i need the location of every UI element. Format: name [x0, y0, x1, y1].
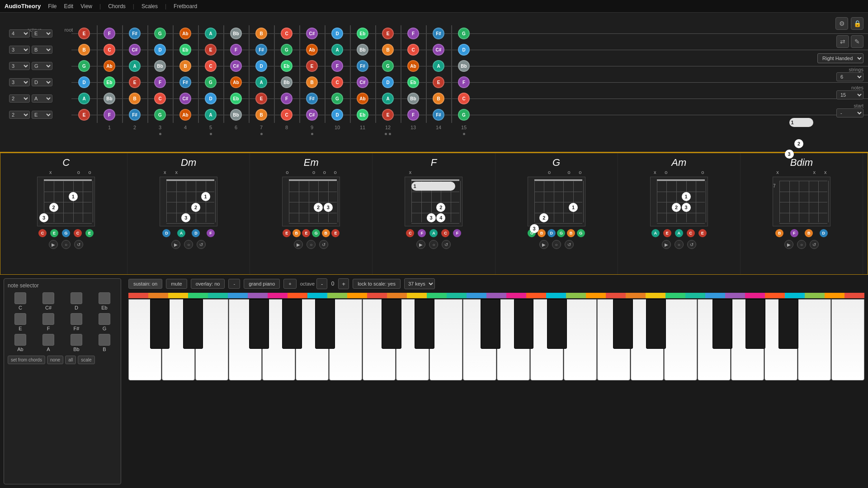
white-key-C3[interactable]	[831, 299, 864, 380]
chord-grid-G[interactable]: 123	[528, 177, 585, 226]
chord-ctrl-btn-F-0[interactable]: ▶	[416, 240, 425, 249]
menu-edit[interactable]: Edit	[64, 3, 74, 9]
fret-note-s5-f14[interactable]: F#	[433, 109, 444, 121]
piano-plus-btn[interactable]: +	[283, 279, 296, 289]
chord-ctrl-btn-F-2[interactable]: ↺	[442, 240, 451, 249]
handed-select[interactable]: Right Handed	[817, 53, 863, 63]
fret-note-s2-f13[interactable]: Ab	[407, 60, 419, 72]
note-btn-Eb[interactable]: Eb	[92, 292, 117, 310]
fret-note-s0-f9[interactable]: C#	[306, 28, 318, 39]
fret-note-s2-f3[interactable]: Bb	[154, 60, 166, 72]
fret-note-s0-f14[interactable]: F#	[433, 28, 444, 39]
chord-grid-Am[interactable]: 123	[650, 177, 708, 226]
string-root-1[interactable]: B	[32, 46, 52, 54]
fret-note-s0-f2[interactable]: F#	[129, 28, 141, 39]
ns-btn-0[interactable]: set from chords	[8, 356, 45, 364]
mute-btn[interactable]: mute	[166, 279, 187, 289]
chord-ctrl-btn-G-2[interactable]: ↺	[565, 240, 574, 249]
fret-note-s4-f2[interactable]: B	[129, 93, 141, 104]
notes-select[interactable]: 15	[836, 90, 863, 99]
fret-note-s0-f7[interactable]: B	[255, 28, 267, 39]
fret-note-s5-f5[interactable]: A	[205, 109, 217, 121]
chord-ctrl-btn-Dm-1[interactable]: ○	[184, 240, 193, 249]
edit-icon[interactable]: ✎	[851, 35, 863, 48]
fret-note-s2-f7[interactable]: D	[255, 60, 267, 72]
black-key-F#2[interactable]	[712, 299, 732, 349]
fret-note-s3-f15[interactable]: F	[458, 76, 470, 88]
fret-note-s3-f11[interactable]: C#	[357, 76, 368, 88]
fret-note-s4-f9[interactable]: F#	[306, 93, 318, 104]
sustain-btn[interactable]: sustain: on	[128, 279, 162, 289]
fret-note-s2-f12[interactable]: G	[382, 60, 394, 72]
fret-note-s5-f3[interactable]: G	[154, 109, 166, 121]
fret-note-s0-f13[interactable]: F	[407, 28, 419, 39]
black-key-Bb1[interactable]	[547, 299, 567, 349]
black-key-Bb2[interactable]	[778, 299, 798, 349]
menu-fretboard[interactable]: Fretboard	[174, 3, 197, 9]
chord-ctrl-btn-C-0[interactable]: ▶	[49, 240, 58, 249]
fret-note-s4-f5[interactable]: D	[205, 93, 217, 104]
note-btn-F[interactable]: F	[36, 313, 61, 331]
fret-note-s2-f4[interactable]: B	[179, 60, 191, 72]
fret-note-s1-f7[interactable]: F#	[255, 44, 267, 56]
fret-note-s0-f10[interactable]: D	[331, 28, 343, 39]
fret-note-s1-f0[interactable]: B	[78, 44, 90, 56]
note-btn-E[interactable]: E	[8, 313, 33, 331]
menu-scales[interactable]: Scales	[142, 3, 158, 9]
white-key-B1[interactable]	[564, 299, 597, 380]
start-select[interactable]: -	[836, 108, 863, 117]
chord-ctrl-btn-Dm-2[interactable]: ↺	[197, 240, 206, 249]
fret-note-s2-f0[interactable]: G	[78, 60, 90, 72]
fret-note-s5-f9[interactable]: C#	[306, 109, 318, 121]
fret-note-s2-f8[interactable]: Eb	[281, 60, 292, 72]
lock-icon[interactable]: 🔒	[851, 17, 863, 30]
fret-note-s4-f8[interactable]: F	[281, 93, 292, 104]
chord-ctrl-btn-Am-2[interactable]: ↺	[687, 240, 696, 249]
fret-note-s3-f7[interactable]: A	[255, 76, 267, 88]
fret-note-s5-f2[interactable]: F#	[129, 109, 141, 121]
fret-note-s0-f0[interactable]: E	[78, 28, 90, 39]
fret-note-s3-f4[interactable]: F#	[179, 76, 191, 88]
ns-btn-1[interactable]: none	[47, 356, 63, 364]
black-key-F#1[interactable]	[481, 299, 500, 349]
fret-note-s2-f9[interactable]: E	[306, 60, 318, 72]
fret-note-s3-f14[interactable]: E	[433, 76, 444, 88]
fret-note-s0-f8[interactable]: C	[281, 28, 292, 39]
black-key-Ab0[interactable]	[282, 299, 302, 349]
fret-note-s2-f10[interactable]: F	[331, 60, 343, 72]
menu-file[interactable]: File	[48, 3, 57, 9]
ns-btn-2[interactable]: all	[65, 356, 76, 364]
fret-note-s4-f14[interactable]: B	[433, 93, 444, 104]
chord-ctrl-btn-Bdim-2[interactable]: ↺	[810, 240, 819, 249]
fret-note-s5-f8[interactable]: C	[281, 109, 292, 121]
ns-btn-3[interactable]: scale	[78, 356, 94, 364]
chord-ctrl-btn-C-2[interactable]: ↺	[74, 240, 83, 249]
fret-note-s4-f11[interactable]: Ab	[357, 93, 368, 104]
white-key-B2[interactable]	[798, 299, 831, 380]
fret-note-s0-f12[interactable]: E	[382, 28, 394, 39]
chord-ctrl-btn-Bdim-1[interactable]: ○	[797, 240, 806, 249]
octave-plus-btn[interactable]: +	[338, 278, 349, 289]
string-root-0[interactable]: E	[32, 29, 52, 38]
black-key-Eb1[interactable]	[415, 299, 434, 349]
chord-ctrl-btn-Am-0[interactable]: ▶	[662, 240, 671, 249]
fret-note-s5-f12[interactable]: E	[382, 109, 394, 121]
fret-note-s1-f15[interactable]: D	[458, 44, 470, 56]
string-octave-0[interactable]: 4	[9, 29, 30, 38]
fret-note-s3-f9[interactable]: B	[306, 76, 318, 88]
piano-minus-btn[interactable]: -	[228, 279, 240, 289]
fret-note-s0-f5[interactable]: A	[205, 28, 217, 39]
chord-ctrl-btn-Bdim-0[interactable]: ▶	[784, 240, 793, 249]
menu-view[interactable]: View	[80, 3, 92, 9]
black-key-Bb0[interactable]	[315, 299, 335, 349]
black-key-F#0[interactable]	[249, 299, 269, 349]
note-btn-C#[interactable]: C#	[36, 292, 61, 310]
note-btn-F#[interactable]: F#	[64, 313, 89, 331]
chord-ctrl-btn-Am-1[interactable]: ○	[675, 240, 684, 249]
string-octave-4[interactable]: 2	[9, 94, 30, 103]
fret-note-s2-f6[interactable]: C#	[230, 60, 242, 72]
fret-note-s4-f15[interactable]: C	[458, 93, 470, 104]
fret-note-s2-f2[interactable]: A	[129, 60, 141, 72]
fret-note-s1-f9[interactable]: Ab	[306, 44, 318, 56]
fret-note-s0-f4[interactable]: Ab	[179, 28, 191, 39]
